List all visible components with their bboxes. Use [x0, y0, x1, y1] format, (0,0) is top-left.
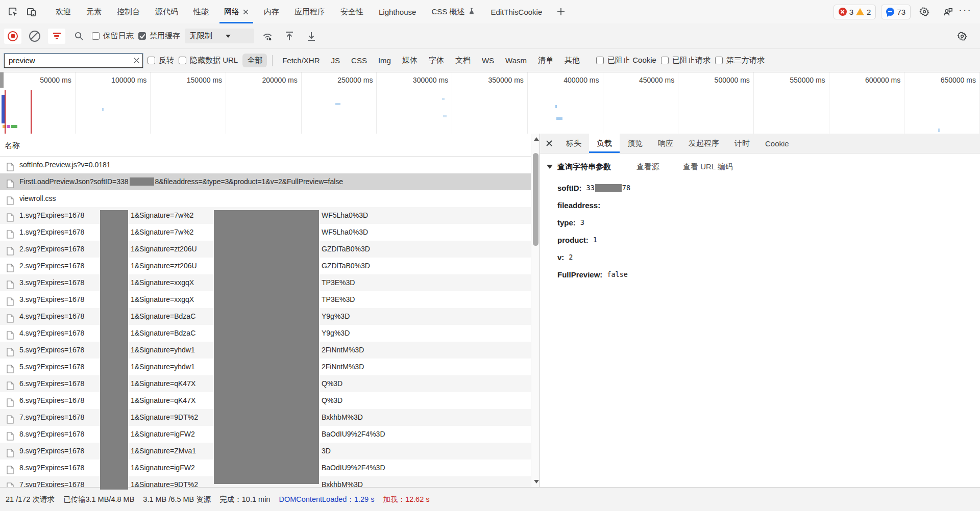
filter-type-文档[interactable]: 文档: [451, 54, 475, 67]
filter-toggle-button[interactable]: [48, 29, 65, 44]
collapse-triangle-icon[interactable]: [547, 165, 553, 169]
view-source-button[interactable]: 查看源: [636, 162, 659, 172]
hide-data-urls-checkbox[interactable]: 隐藏数据 URL: [179, 56, 238, 65]
query-string-section-header[interactable]: 查询字符串参数 查看源 查看 URL 编码: [540, 159, 980, 175]
throttling-dropdown[interactable]: 无限制: [185, 29, 254, 43]
disable-cache-checkbox[interactable]: 禁用缓存: [138, 31, 180, 41]
request-name-part: 2.svg?Expires=1678: [19, 241, 84, 258]
details-tabs: 标头负载预览响应发起程序计时Cookie: [558, 134, 797, 153]
tab-元素[interactable]: 元素: [79, 0, 109, 23]
param-key: softID:: [557, 184, 582, 192]
filter-input[interactable]: [4, 54, 143, 68]
details-tab-计时[interactable]: 计时: [727, 134, 757, 153]
blocked-requests-checkbox[interactable]: 已阻止请求: [661, 56, 710, 65]
tab-CSS 概述[interactable]: CSS 概述: [424, 0, 483, 23]
invert-filter-checkbox[interactable]: 反转: [148, 56, 174, 65]
tab-欢迎[interactable]: 欢迎: [48, 0, 79, 23]
filter-type-CSS[interactable]: CSS: [347, 54, 372, 67]
request-name-part: 1&Signature=xxgqX: [131, 274, 194, 291]
tabbar-right-controls: 3 2 73 ···: [834, 5, 980, 19]
param-value-text: 2: [569, 253, 573, 261]
settings-gear-icon[interactable]: [919, 6, 930, 17]
scroll-up-icon[interactable]: [534, 137, 539, 141]
hide-data-urls-box[interactable]: [179, 57, 186, 64]
request-name-part: 1&Signature=7w%2: [131, 224, 193, 241]
third-party-box[interactable]: [715, 57, 723, 64]
request-row[interactable]: viewroll.css: [0, 190, 531, 207]
device-toolbar-icon[interactable]: [26, 6, 37, 17]
blocked-requests-box[interactable]: [661, 57, 669, 64]
network-overview-timeline[interactable]: 50000 ms100000 ms150000 ms200000 ms25000…: [0, 72, 980, 134]
clear-network-log-button[interactable]: [26, 29, 43, 44]
filter-type-其他[interactable]: 其他: [560, 54, 584, 67]
feedback-person-icon[interactable]: [942, 6, 953, 17]
tab-安全性[interactable]: 安全性: [333, 0, 371, 23]
param-value-text: 78: [622, 184, 630, 192]
filter-type-Img[interactable]: Img: [374, 54, 396, 67]
filter-type-Wasm[interactable]: Wasm: [501, 54, 531, 67]
filter-type-Fetch/XHR[interactable]: Fetch/XHR: [278, 54, 324, 67]
tab-label: 安全性: [340, 7, 363, 17]
preserve-log-label: 保留日志: [103, 31, 134, 41]
filter-type-字体[interactable]: 字体: [424, 54, 449, 67]
preserve-log-checkbox[interactable]: 保留日志: [92, 31, 134, 41]
clear-filter-icon[interactable]: [133, 57, 140, 65]
filter-type-媒体[interactable]: 媒体: [398, 54, 422, 67]
invert-box[interactable]: [148, 57, 155, 64]
tab-内存[interactable]: 内存: [256, 0, 287, 23]
third-party-checkbox[interactable]: 第三方请求: [715, 56, 765, 65]
request-row[interactable]: softInfo.Preview.js?v=0.0181: [0, 157, 531, 173]
preserve-log-box[interactable]: [92, 32, 100, 40]
filter-type-WS[interactable]: WS: [477, 54, 499, 67]
inspect-element-icon[interactable]: [7, 6, 18, 17]
disable-cache-box[interactable]: [138, 32, 146, 40]
details-tab-Cookie[interactable]: Cookie: [757, 134, 797, 153]
request-row[interactable]: FirstLoadPreviewJson?softID=3388&fileadd…: [0, 173, 531, 190]
tab-性能[interactable]: 性能: [186, 0, 216, 23]
request-name-part: 1&Signature=zt206U: [131, 241, 197, 258]
network-conditions-icon[interactable]: [259, 29, 276, 44]
requests-scrollbar[interactable]: [531, 134, 540, 487]
network-settings-gear-icon[interactable]: [953, 29, 971, 44]
view-url-encoded-button[interactable]: 查看 URL 编码: [683, 162, 733, 172]
filter-type-全部[interactable]: 全部: [242, 54, 267, 67]
scroll-down-icon[interactable]: [534, 480, 539, 483]
errors-warnings-badge[interactable]: 3 2: [834, 5, 876, 19]
import-har-icon[interactable]: [303, 29, 320, 44]
details-tab-发起程序[interactable]: 发起程序: [681, 134, 727, 153]
param-key: v:: [557, 253, 564, 262]
request-name-part: Q%3D: [322, 392, 342, 409]
close-details-icon[interactable]: [540, 134, 558, 153]
request-name-part: 1&Signature=yhdw1: [131, 359, 195, 375]
tab-Lighthouse[interactable]: Lighthouse: [371, 0, 424, 23]
finish-time: 完成：10.1 min: [219, 495, 270, 504]
details-tab-响应[interactable]: 响应: [650, 134, 681, 153]
tab-EditThisCookie[interactable]: EditThisCookie: [483, 0, 550, 23]
filter-type-JS[interactable]: JS: [327, 54, 345, 67]
param-value-text: 33: [586, 184, 595, 192]
blocked-cookies-box[interactable]: [596, 57, 604, 64]
messages-badge[interactable]: 73: [881, 5, 911, 19]
new-tab-button[interactable]: [550, 8, 572, 16]
export-har-icon[interactable]: [281, 29, 298, 44]
details-tab-预览[interactable]: 预览: [620, 134, 650, 153]
blocked-cookies-checkbox[interactable]: 已阻止 Cookie: [596, 56, 656, 65]
tab-label: EditThisCookie: [491, 8, 542, 16]
scrollbar-thumb[interactable]: [533, 153, 538, 246]
param-value-text: false: [607, 270, 628, 278]
search-icon[interactable]: [70, 29, 87, 44]
record-network-log-button[interactable]: [4, 29, 21, 44]
tab-控制台[interactable]: 控制台: [109, 0, 148, 23]
tab-网络[interactable]: 网络: [216, 0, 256, 23]
tab-源代码[interactable]: 源代码: [148, 0, 186, 23]
tab-label: 应用程序: [295, 7, 325, 17]
close-tab-icon[interactable]: [243, 8, 249, 16]
more-options-icon[interactable]: ···: [959, 7, 972, 16]
name-column-header[interactable]: 名称: [0, 134, 540, 157]
details-tab-负载[interactable]: 负载: [589, 134, 620, 153]
tab-应用程序[interactable]: 应用程序: [287, 0, 333, 23]
filter-type-清单[interactable]: 清单: [533, 54, 558, 67]
request-name: softInfo.Preview.js?v=0.0181: [19, 161, 111, 169]
details-tab-标头[interactable]: 标头: [558, 134, 589, 153]
request-name-part: 5.svg?Expires=1678: [19, 342, 84, 359]
